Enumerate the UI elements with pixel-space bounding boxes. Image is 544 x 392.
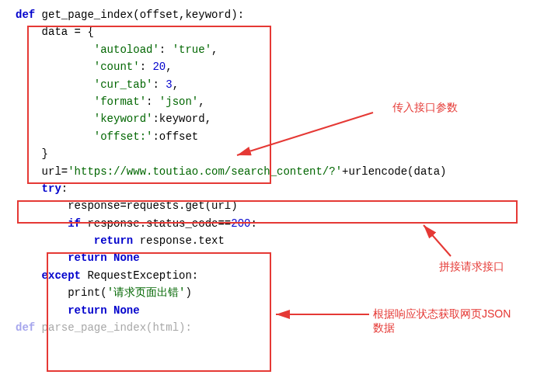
code-text: } (16, 147, 48, 160)
code-line: 'offset:':offset (6, 128, 544, 145)
number: 20 (152, 61, 166, 73)
number: 200 (231, 217, 250, 230)
code-line: 'cur_tab': 3, (6, 76, 544, 93)
code-line: print('请求页面出错') (6, 284, 544, 301)
string: 'true' (173, 43, 211, 56)
code-text: (offset,keyword): (133, 9, 244, 21)
keyword-except: except (16, 269, 81, 282)
keyword-if: if (16, 217, 81, 230)
string-url: 'https://www.toutiao.com/search_content/… (68, 165, 342, 178)
keyword-def: def (16, 321, 35, 334)
annotation-text: 拼接请求接口 (439, 260, 504, 274)
annotation-line: 根据响应状态获取网页JSON (373, 307, 544, 321)
keyword-try: try (16, 182, 61, 195)
code-line: return response.text (6, 232, 544, 249)
code-line: url='https://www.toutiao.com/search_cont… (6, 163, 544, 180)
code-line: response=requests.get(url) (6, 197, 544, 214)
function-name: get_page_index (35, 9, 133, 21)
number: 3 (166, 78, 172, 91)
string: 'autoload' (16, 43, 159, 56)
keyword-def: def (16, 9, 35, 21)
code-text: data = { (16, 26, 94, 38)
code-line: def get_page_index(offset,keyword): (6, 6, 544, 23)
string: '请求页面出错' (107, 286, 186, 299)
code-line: 'keyword':keyword, (6, 110, 544, 127)
code-block: def get_page_index(offset,keyword): data… (0, 0, 544, 336)
code-line: if response.status_code==200: (6, 215, 544, 232)
string: 'offset:' (16, 130, 152, 143)
keyword-return: return (16, 304, 107, 317)
string: 'cur_tab' (16, 78, 152, 91)
keyword-none: None (107, 252, 140, 264)
code-text: response=requests.get(url) (16, 199, 238, 212)
code-line: try: (6, 180, 544, 197)
code-line: data = { (6, 23, 544, 40)
code-line: 'count': 20, (6, 58, 544, 75)
string: 'json' (159, 95, 198, 108)
annotation-text: 传入接口参数 (392, 101, 458, 115)
code-line: } (6, 145, 544, 162)
code-line: 'format': 'json', (6, 93, 544, 110)
string: 'keyword' (16, 113, 152, 125)
code-line: 'autoload': 'true', (6, 41, 544, 58)
keyword-none: None (107, 304, 140, 317)
annotation-line: 数据 (373, 321, 544, 335)
function-name: parse_page_index (35, 321, 146, 334)
string: 'format' (16, 95, 146, 108)
string: 'count' (16, 61, 140, 73)
keyword-return: return (16, 252, 107, 264)
annotation-text: 根据响应状态获取网页JSON 数据 (373, 307, 544, 335)
keyword-return: return (16, 234, 133, 247)
